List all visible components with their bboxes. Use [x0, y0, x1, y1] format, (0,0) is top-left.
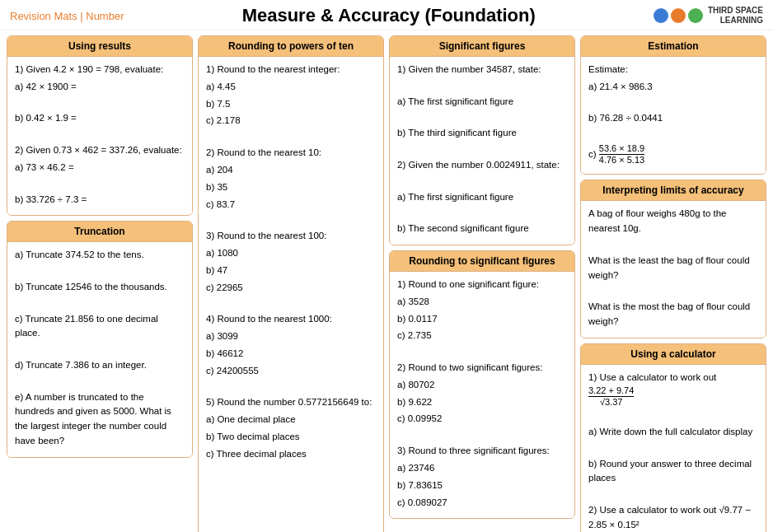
rp-q4: 4) Round to the nearest 1000:: [206, 312, 376, 327]
logo-text: THIRD SPACE LEARNING: [708, 6, 763, 26]
ur-a: a) 42 × 1900 =: [15, 80, 185, 95]
calc-1a: a) Write down the full calculator displa…: [588, 425, 758, 440]
rsf-q2: 2) Round to two significant figures:: [397, 361, 567, 376]
rp-q5: 5) Round the number 0.5772156649 to:: [206, 395, 376, 410]
est-a: a) 21.4 × 986.3: [588, 80, 758, 95]
rsf-1c: c) 2.735: [397, 329, 567, 343]
card-estimation-body: Estimate: a) 21.4 × 986.3 b) 76.28 ÷ 0.0…: [581, 57, 766, 174]
logo: THIRD SPACE LEARNING: [654, 6, 763, 26]
card-calculator-header: Using a calculator: [581, 344, 766, 365]
rsf-2c: c) 0.09952: [397, 412, 567, 427]
card-limits-body: A bag of flour weighs 480g to the neares…: [581, 201, 766, 338]
tr-e: e) A number is truncated to the hundreds…: [15, 390, 185, 449]
rsf-1b: b) 0.0117: [397, 312, 567, 327]
page-header: Revision Mats | Number Measure & Accurac…: [0, 0, 773, 30]
rp-5a: a) One decimal place: [206, 413, 376, 427]
rp-q1: 1) Round to the nearest integer:: [206, 63, 376, 77]
logo-circles: [654, 8, 703, 23]
calc-1b: b) Round your answer to three decimal pl…: [588, 457, 758, 487]
sf-1b: b) The third significant figure: [397, 126, 567, 141]
est-c: c) 53.6 × 18.94.76 × 5.13: [588, 143, 758, 166]
tr-a: a) Truncate 374.52 to the tens.: [15, 248, 185, 263]
rp-5b: b) Two decimal places: [206, 430, 376, 445]
rp-2a: a) 204: [206, 163, 376, 178]
card-using-results-body: 1) Given 4.2 × 190 = 798, evaluate: a) 4…: [7, 57, 192, 215]
card-limits: Interpreting limits of accuracy A bag of…: [580, 180, 766, 338]
card-limits-header: Interpreting limits of accuracy: [581, 180, 766, 201]
rp-2b: b) 35: [206, 180, 376, 195]
card-sig-figs-header: Significant figures: [390, 36, 574, 57]
sf-2b: b) The second significant figure: [397, 222, 567, 236]
card-calculator: Using a calculator 1) Use a calculator t…: [580, 343, 766, 532]
ur-q1: 1) Given 4.2 × 190 = 798, evaluate:: [15, 63, 185, 77]
card-sig-figs: Significant figures 1) Given the number …: [389, 35, 575, 245]
lim-q1: What is the least the bag of flour could…: [588, 254, 758, 283]
fraction-c: 53.6 × 18.94.76 × 5.13: [599, 143, 644, 166]
rsf-3a: a) 23746: [397, 461, 567, 476]
page-title: Measure & Accuracy (Foundation): [124, 5, 653, 26]
column-4: Estimation Estimate: a) 21.4 × 986.3 b) …: [580, 35, 766, 532]
sf-1a: a) The first significant figure: [397, 95, 567, 110]
rp-2c: c) 83.7: [206, 198, 376, 212]
card-using-results-header: Using results: [7, 36, 192, 57]
breadcrumb: Revision Mats | Number: [10, 10, 124, 22]
sf-2a: a) The first significant figure: [397, 190, 567, 205]
ur-q2: 2) Given 0.73 × 462 = 337.26, evaluate:: [15, 143, 185, 158]
rp-4b: b) 46612: [206, 347, 376, 362]
rsf-3b: b) 7.83615: [397, 478, 567, 493]
tr-d: d) Truncate 7.386 to an integer.: [15, 358, 185, 373]
ur-c: a) 73 × 46.2 =: [15, 161, 185, 175]
card-calculator-body: 1) Use a calculator to work out 3.22 + 9…: [581, 365, 766, 532]
rsf-2a: a) 80702: [397, 378, 567, 393]
card-sig-figs-body: 1) Given the number 34587, state: a) The…: [390, 57, 574, 245]
card-rounding-powers-body: 1) Round to the nearest integer: a) 4.45…: [199, 57, 383, 470]
card-truncation: Truncation a) Truncate 374.52 to the ten…: [7, 221, 193, 458]
rsf-1a: a) 3528: [397, 295, 567, 310]
rp-q3: 3) Round to the nearest 100:: [206, 229, 376, 244]
card-rounding-sf-header: Rounding to significant figures: [390, 251, 574, 272]
ur-b: b) 0.42 × 1.9 =: [15, 111, 185, 126]
card-rounding-powers: Rounding to powers of ten 1) Round to th…: [198, 35, 384, 532]
card-rounding-sf-body: 1) Round to one significant figure: a) 3…: [390, 272, 574, 518]
logo-circle-blue: [654, 8, 668, 23]
rp-5c: c) Three decimal places: [206, 447, 376, 462]
main-grid: Using results 1) Given 4.2 × 190 = 798, …: [0, 30, 773, 532]
calc-q2: 2) Use a calculator to work out √9.77 − …: [588, 503, 758, 532]
rp-4c: c) 24200555: [206, 364, 376, 379]
column-1: Using results 1) Given 4.2 × 190 = 798, …: [7, 35, 193, 532]
tr-b: b) Truncate 12546 to the thousands.: [15, 280, 185, 295]
lim-q2: What is the most the bag of flour could …: [588, 300, 758, 329]
card-estimation-header: Estimation: [581, 36, 766, 57]
logo-circle-orange: [671, 8, 686, 23]
rp-3c: c) 22965: [206, 281, 376, 296]
ur-d: b) 33.726 ÷ 7.3 =: [15, 193, 185, 208]
logo-circle-green: [688, 8, 703, 23]
rp-1b: b) 7.5: [206, 97, 376, 112]
sf-q1: 1) Given the number 34587, state:: [397, 63, 567, 77]
card-truncation-body: a) Truncate 374.52 to the tens. b) Trunc…: [7, 242, 192, 457]
rp-1c: c) 2.178: [206, 114, 376, 128]
calc-q1: 1) Use a calculator to work out 3.22 + 9…: [588, 371, 758, 408]
est-intro: Estimate:: [588, 63, 758, 77]
sf-q2: 2) Given the number 0.0024911, state:: [397, 158, 567, 173]
card-rounding-sf: Rounding to significant figures 1) Round…: [389, 250, 575, 519]
rp-3b: b) 47: [206, 264, 376, 278]
rp-1a: a) 4.45: [206, 80, 376, 95]
lim-intro: A bag of flour weighs 480g to the neares…: [588, 207, 758, 236]
rsf-q1: 1) Round to one significant figure:: [397, 278, 567, 292]
rp-3a: a) 1080: [206, 246, 376, 261]
card-truncation-header: Truncation: [7, 222, 192, 242]
card-estimation: Estimation Estimate: a) 21.4 × 986.3 b) …: [580, 35, 766, 175]
card-using-results: Using results 1) Given 4.2 × 190 = 798, …: [7, 35, 193, 216]
est-b: b) 76.28 ÷ 0.0441: [588, 111, 758, 126]
tr-c: c) Truncate 21.856 to one decimal place.: [15, 312, 185, 342]
rsf-2b: b) 9.622: [397, 395, 567, 410]
card-rounding-powers-header: Rounding to powers of ten: [199, 36, 383, 57]
rsf-3c: c) 0.089027: [397, 496, 567, 511]
column-2: Rounding to powers of ten 1) Round to th…: [198, 35, 384, 532]
calc-fraction1: 3.22 + 9.74√3.37: [588, 385, 634, 408]
rsf-q3: 3) Round to three significant figures:: [397, 444, 567, 459]
rp-q2: 2) Round to the nearest 10:: [206, 146, 376, 161]
rp-4a: a) 3099: [206, 329, 376, 344]
column-3: Significant figures 1) Given the number …: [389, 35, 575, 532]
